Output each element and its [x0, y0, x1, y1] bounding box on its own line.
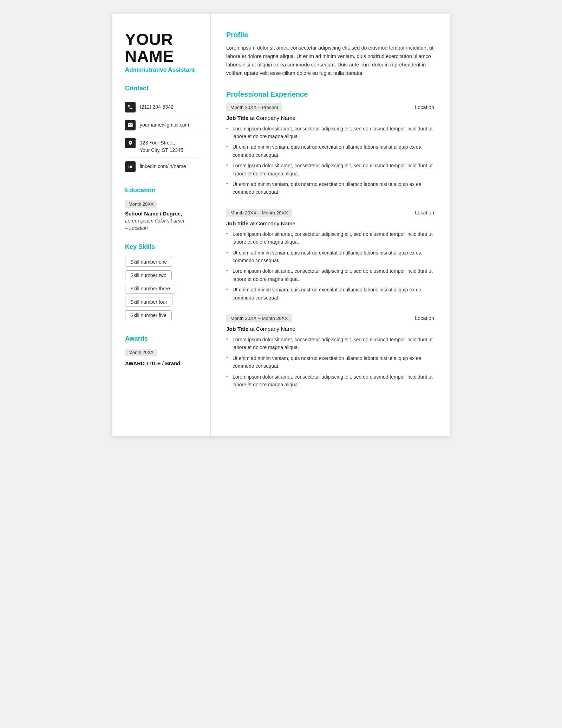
exp-3-bullet-2: Ut enim ad minim veniam, quis nostrud ex… — [226, 354, 434, 370]
profile-text: Lorem ipsum dolor sit amet, consectetur … — [226, 44, 434, 78]
exp-1-date: Month 20XX – Present — [226, 103, 282, 111]
exp-1-bullet-4: Ut enim ad minim veniam, quis nostrud ex… — [226, 180, 434, 196]
email-text: yourname@gmail.com — [140, 120, 189, 129]
profile-heading: Profile — [226, 31, 434, 39]
exp-1-bullets: Lorem ipsum dolor sit amet, consectetur … — [226, 125, 434, 196]
name-line1: YOUR — [125, 31, 200, 48]
sidebar: YOUR NAME Administrative Assistant Conta… — [112, 14, 211, 436]
name-block: YOUR NAME Administrative Assistant — [125, 31, 200, 73]
exp-2-date: Month 20XX – Month 20XX — [226, 209, 292, 217]
award-title: AWARD TITLE / Brand — [125, 360, 200, 366]
edu-school: School Name / Degree, — [125, 211, 200, 217]
exp-2-bullet-4: Ut enim ad minim veniam, quis nostrud ex… — [226, 286, 434, 302]
skills-heading: Key Skills — [125, 243, 200, 251]
exp-2-bullet-3: Lorem ipsum dolor sit amet, consectetur … — [226, 267, 434, 283]
location-icon — [125, 138, 136, 148]
awards-heading: Awards — [125, 335, 200, 342]
education-heading: Education — [125, 187, 200, 194]
exp-2-location: Location — [415, 210, 434, 215]
exp-3-bullets: Lorem ipsum dolor sit amet, consectetur … — [226, 336, 434, 388]
contact-email: yourname@gmail.com — [125, 116, 200, 134]
education-date: Month 20XX — [125, 200, 157, 208]
exp-2-title: Job Title at Company Name — [226, 220, 434, 227]
email-icon — [125, 120, 136, 130]
exp-3-header: Month 20XX – Month 20XX Location — [226, 314, 434, 322]
experience-2: Month 20XX – Month 20XX Location Job Tit… — [226, 209, 434, 302]
skill-5: Skill number five — [125, 310, 172, 320]
exp-2-bullet-1: Lorem ipsum dolor sit amet, consectetur … — [226, 230, 434, 246]
exp-3-date: Month 20XX – Month 20XX — [226, 314, 292, 322]
phone-text: (212) 204-5342 — [140, 102, 174, 111]
contact-heading: Contact — [125, 85, 200, 92]
job-title: Administrative Assistant — [125, 66, 200, 73]
contact-phone: (212) 204-5342 — [125, 98, 200, 116]
resume-container: YOUR NAME Administrative Assistant Conta… — [112, 14, 450, 436]
skill-4: Skill number four — [125, 297, 172, 307]
experience-heading: Professional Experience — [226, 90, 434, 98]
exp-2-header: Month 20XX – Month 20XX Location — [226, 209, 434, 217]
skill-3: Skill number three — [125, 284, 175, 294]
experience-1: Month 20XX – Present Location Job Title … — [226, 103, 434, 196]
exp-1-bullet-1: Lorem ipsum dolor sit amet, consectetur … — [226, 125, 434, 141]
skill-2: Skill number two — [125, 270, 172, 280]
contact-address: 123 Your Street,Your City, ST 12345 — [125, 134, 200, 158]
exp-2-bullet-2: Ut enim ad minim veniam, quis nostrud ex… — [226, 249, 434, 265]
linkedin-text: linkedin.com/in/name — [140, 161, 186, 170]
address-text: 123 Your Street,Your City, ST 12345 — [140, 138, 183, 154]
exp-3-bullet-3: Lorem ipsum dolor sit amet, consectetur … — [226, 373, 434, 389]
contact-linkedin: in linkedin.com/in/name — [125, 158, 200, 175]
exp-1-bullet-3: Lorem ipsum dolor sit amet, consectetur … — [226, 162, 434, 178]
exp-1-bullet-2: Ut enim ad minim veniam, quis nostrud ex… — [226, 143, 434, 159]
exp-3-bullet-1: Lorem ipsum dolor sit amet, consectetur … — [226, 336, 434, 352]
main-content: Profile Lorem ipsum dolor sit amet, cons… — [211, 14, 450, 436]
skills-list: Skill number one Skill number two Skill … — [125, 257, 200, 324]
exp-3-location: Location — [415, 315, 434, 321]
linkedin-icon: in — [125, 161, 136, 172]
exp-1-title: Job Title at Company Name — [226, 115, 434, 121]
experience-3: Month 20XX – Month 20XX Location Job Tit… — [226, 314, 434, 388]
exp-1-header: Month 20XX – Present Location — [226, 103, 434, 111]
award-date: Month 20XX — [125, 349, 157, 356]
exp-1-location: Location — [415, 104, 434, 110]
phone-icon — [125, 102, 136, 112]
skill-1: Skill number one — [125, 257, 172, 267]
exp-2-bullets: Lorem ipsum dolor sit amet, consectetur … — [226, 230, 434, 302]
edu-detail: Lorem ipsum dolor sit amet– Location — [125, 217, 200, 232]
exp-3-title: Job Title at Company Name — [226, 326, 434, 332]
name-line2: NAME — [125, 48, 200, 65]
contact-list: (212) 204-5342 yourname@gmail.com 123 Yo… — [125, 98, 200, 175]
